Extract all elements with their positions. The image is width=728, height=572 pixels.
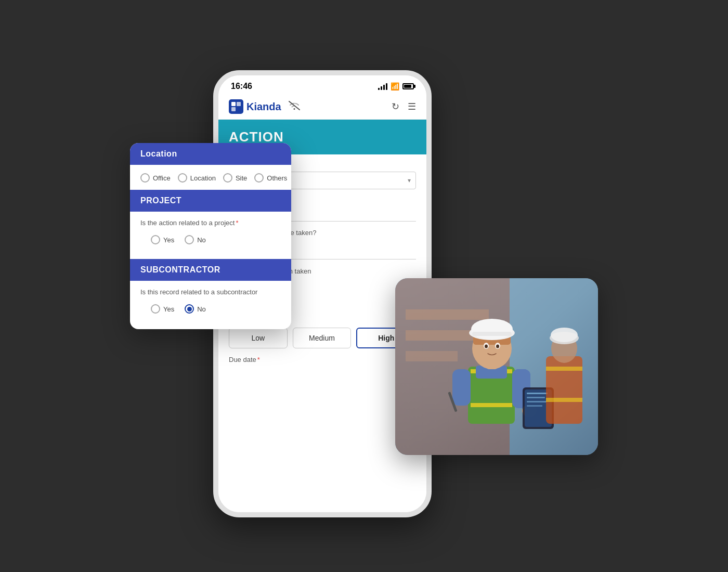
- project-header: PROJECT: [130, 190, 291, 212]
- svg-rect-31: [527, 393, 548, 394]
- project-yes-label: Yes: [163, 236, 174, 244]
- subcontractor-no-radio[interactable]: [185, 304, 194, 314]
- due-date-required-star: *: [257, 356, 260, 363]
- app-header: Kianda ↻ ☰: [218, 95, 426, 120]
- project-no-label: No: [197, 236, 206, 244]
- svg-rect-38: [546, 398, 582, 402]
- svg-rect-32: [527, 397, 545, 398]
- location-others-label: Others: [267, 174, 287, 182]
- location-others-radio[interactable]: [254, 173, 264, 183]
- svg-rect-7: [406, 309, 489, 320]
- subcontractor-content: Is this record related to a subcontracto…: [130, 281, 291, 329]
- location-site-item: Site: [223, 173, 247, 183]
- photo-card: [395, 278, 598, 455]
- location-office-item: Office: [140, 173, 171, 183]
- location-header: Location: [130, 143, 291, 165]
- svg-point-41: [551, 328, 578, 342]
- refresh-button[interactable]: ↻: [392, 101, 399, 112]
- subcontractor-no-item: No: [185, 304, 206, 314]
- left-panel: Location Office Location Site Others PRO…: [130, 143, 291, 329]
- svg-rect-22: [472, 332, 512, 336]
- subcontractor-header: SUBCONTRACTOR: [130, 259, 291, 281]
- location-site-label: Site: [236, 174, 247, 182]
- status-icons: 📶: [378, 82, 414, 90]
- status-time: 16:46: [231, 82, 252, 91]
- svg-rect-2: [231, 107, 236, 111]
- svg-rect-1: [237, 102, 241, 106]
- svg-rect-12: [471, 403, 512, 407]
- project-content: Is the action related to a project * Yes…: [130, 212, 291, 259]
- project-no-item: No: [185, 235, 206, 244]
- svg-point-25: [485, 345, 488, 348]
- priority-low-button[interactable]: Low: [229, 328, 288, 348]
- subcontractor-yes-radio[interactable]: [151, 304, 160, 314]
- location-location-label: Location: [190, 174, 216, 182]
- menu-button[interactable]: ☰: [408, 101, 416, 112]
- location-office-radio[interactable]: [140, 173, 150, 183]
- priority-buttons: Low Medium High: [229, 328, 416, 348]
- wifi-icon: 📶: [391, 82, 399, 90]
- location-location-item: Location: [178, 173, 216, 183]
- location-radio-group: Office Location Site Others: [130, 165, 291, 190]
- header-actions: ↻ ☰: [392, 101, 416, 112]
- project-question-label: Is the action related to a project *: [140, 219, 281, 227]
- location-location-radio[interactable]: [178, 173, 187, 183]
- kianda-logo-text: Kianda: [246, 101, 281, 113]
- worker-photo: [395, 278, 598, 455]
- svg-rect-13: [452, 369, 471, 406]
- svg-point-4: [293, 108, 295, 110]
- location-office-label: Office: [153, 174, 171, 182]
- status-bar: 16:46 📶: [218, 75, 426, 95]
- project-yes-radio[interactable]: [151, 235, 160, 244]
- due-date-label: Due date *: [229, 356, 416, 363]
- scene: 16:46 📶: [130, 39, 598, 533]
- svg-rect-34: [527, 405, 542, 407]
- signal-icon: [378, 83, 387, 90]
- svg-rect-36: [546, 356, 582, 424]
- subcontractor-no-label: No: [197, 305, 206, 313]
- subcontractor-header-text: SUBCONTRACTOR: [140, 265, 220, 274]
- due-date-group: Due date *: [229, 356, 416, 363]
- kianda-logo-icon: [229, 99, 243, 114]
- location-header-text: Location: [140, 149, 177, 158]
- project-required-star: *: [236, 219, 238, 227]
- svg-rect-0: [231, 102, 236, 106]
- project-yes-no-group: Yes No: [140, 229, 281, 252]
- kianda-logo: Kianda: [229, 99, 300, 114]
- subcontractor-question-label: Is this record related to a subcontracto…: [140, 288, 281, 296]
- project-no-radio[interactable]: [185, 235, 194, 244]
- subcontractor-yes-label: Yes: [163, 305, 174, 313]
- priority-medium-button[interactable]: Medium: [293, 328, 352, 348]
- location-others-item: Others: [254, 173, 287, 183]
- svg-rect-33: [527, 401, 547, 402]
- svg-rect-9: [406, 351, 458, 361]
- project-yes-item: Yes: [151, 235, 174, 244]
- subcontractor-yes-no-group: Yes No: [140, 298, 281, 321]
- project-header-text: PROJECT: [140, 196, 181, 205]
- location-site-radio[interactable]: [223, 173, 232, 183]
- svg-point-26: [496, 345, 499, 348]
- svg-point-21: [471, 319, 513, 340]
- svg-rect-37: [546, 367, 582, 371]
- subcontractor-yes-item: Yes: [151, 304, 174, 314]
- battery-icon: [402, 83, 414, 89]
- no-wifi-icon: [289, 101, 300, 113]
